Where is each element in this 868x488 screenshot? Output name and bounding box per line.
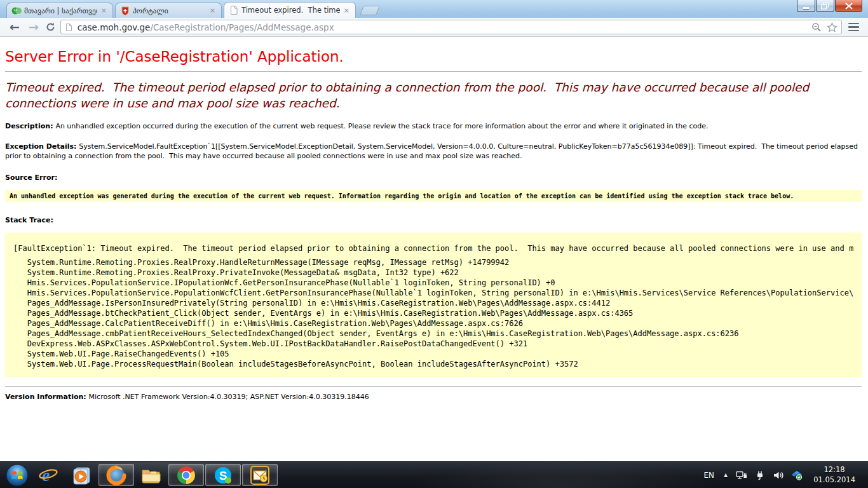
- stack-trace-line: System.Web.UI.Page.ProcessRequestMain(Bo…: [13, 359, 853, 369]
- stack-trace-line: DevExpress.Web.ASPxClasses.ASPxWebContro…: [13, 339, 853, 349]
- taskbar-clock[interactable]: 12:18 01.05.2014: [810, 465, 859, 485]
- taskbar-skype[interactable]: S: [205, 464, 241, 486]
- stack-trace-line: System.Runtime.Remoting.Proxies.RealProx…: [13, 257, 853, 268]
- clock-date: 01.05.2014: [813, 475, 855, 485]
- chrome-icon: [176, 465, 196, 485]
- restore-icon: [821, 3, 829, 10]
- description-label: Description:: [5, 122, 55, 130]
- divider: [5, 386, 862, 387]
- tab-timeout-error[interactable]: Timeout expired. The timeout period elap…: [224, 2, 356, 18]
- taskbar-chrome[interactable]: [168, 464, 204, 486]
- taskbar-media-player[interactable]: [65, 463, 98, 488]
- divider: [5, 71, 862, 72]
- close-icon: [845, 3, 853, 10]
- new-tab-button[interactable]: [360, 6, 380, 15]
- maximize-button[interactable]: [816, 0, 834, 12]
- tab-close-icon[interactable]: ×: [208, 7, 217, 14]
- language-indicator[interactable]: EN: [702, 471, 715, 480]
- svg-text:e: e: [42, 465, 50, 485]
- network-icon[interactable]: [736, 470, 747, 480]
- minimize-button[interactable]: [797, 0, 815, 12]
- tab-title: Timeout expired. The timeout period elap…: [241, 6, 340, 15]
- browser-window: მთავარი | საქართველოს × პორტალი × Timeou…: [0, 0, 868, 461]
- taskbar-firefox[interactable]: [98, 464, 134, 486]
- url-path: /CaseRegistration/Pages/AddMessage.aspx: [150, 22, 334, 32]
- tab-close-icon[interactable]: ×: [100, 7, 108, 14]
- stack-trace-line: Hmis.Services.PopulationService.Populati…: [13, 288, 853, 298]
- blank-page-icon: [229, 5, 239, 15]
- page-icon: [65, 23, 73, 32]
- description-row: Description: An unhandled exception occu…: [5, 122, 862, 132]
- page-title: Server Error in '/CaseRegistration' Appl…: [5, 48, 862, 65]
- bookmark-star-icon[interactable]: [827, 22, 837, 32]
- outlook-icon: [250, 465, 270, 485]
- stack-trace-box: [FaultException`1: Timeout expired. The …: [5, 233, 862, 377]
- windows-logo-icon: [5, 463, 29, 487]
- minimize-icon: [803, 7, 809, 9]
- stack-trace-line: Pages_AddMessage.IsPersonInsuredPrivatel…: [13, 298, 853, 308]
- tab-title: მთავარი | საქართველოს: [24, 6, 97, 15]
- stack-trace-line: Pages_AddMessage.cmbPatientReceiveHours_…: [13, 329, 853, 339]
- tab-title: პორტალი: [133, 6, 206, 15]
- exception-label: Exception Details:: [5, 142, 79, 151]
- reload-button[interactable]: [43, 22, 60, 32]
- stack-trace-line: Hmis.Services.PopulationService.IPopulat…: [13, 278, 853, 288]
- zoom-icon[interactable]: [811, 22, 822, 32]
- taskbar: e: [0, 461, 868, 488]
- exception-text: System.ServiceModel.FaultException`1[[Sy…: [5, 142, 860, 160]
- window-controls: [797, 0, 862, 12]
- stack-trace-label: Stack Trace:: [5, 216, 862, 224]
- volume-icon[interactable]: [773, 470, 784, 480]
- stack-trace-line: System.Web.UI.Page.RaiseChangedEvents() …: [13, 349, 853, 359]
- exception-row: Exception Details: System.ServiceModel.F…: [5, 142, 862, 161]
- description-text: An unhandled exception occurred during t…: [55, 122, 708, 130]
- stack-trace-line: System.Runtime.Remoting.Proxies.RealProx…: [13, 268, 853, 278]
- reload-icon: [46, 22, 55, 32]
- clock-time: 12:18: [813, 465, 855, 475]
- media-player-icon: [71, 465, 92, 485]
- tab-portal[interactable]: პორტალი ×: [115, 3, 222, 18]
- address-bar[interactable]: case.moh.gov.ge/CaseRegistration/Pages/A…: [60, 20, 842, 34]
- taskbar-outlook[interactable]: [242, 464, 278, 486]
- power-plug-icon[interactable]: [754, 470, 766, 480]
- skype-icon: S: [213, 465, 233, 485]
- url-host: case.moh.gov.ge: [78, 22, 151, 32]
- tab-home-georgia[interactable]: მთავარი | საქართველოს ×: [6, 3, 113, 18]
- error-page: Server Error in '/CaseRegistration' Appl…: [0, 37, 868, 461]
- dropbox-icon[interactable]: [791, 470, 803, 480]
- back-button[interactable]: ←: [5, 21, 24, 33]
- folder-icon: [140, 466, 162, 484]
- green-masks-icon: [11, 6, 22, 16]
- browser-toolbar: ← → case.moh.gov.ge/CaseRegistration/Pag…: [0, 18, 868, 37]
- internet-explorer-icon: e: [38, 465, 58, 485]
- source-error-box: An unhandled exception was generated dur…: [5, 190, 862, 202]
- start-button[interactable]: [3, 462, 32, 488]
- tab-strip: მთავარი | საქართველოს × პორტალი × Timeou…: [0, 0, 868, 18]
- taskbar-internet-explorer[interactable]: e: [32, 463, 65, 488]
- source-error-label: Source Error:: [5, 173, 862, 182]
- close-button[interactable]: [835, 0, 862, 12]
- error-message: Timeout expired. The timeout period elap…: [5, 80, 862, 112]
- system-tray: EN ▲ 12:18 01.05.2014: [702, 465, 865, 485]
- taskbar-file-explorer[interactable]: [135, 463, 168, 488]
- version-label: Version Information:: [5, 393, 89, 401]
- stack-trace-line: Pages_AddMessage.btCheckPatient_Click(Ob…: [13, 308, 853, 318]
- firefox-icon: [106, 465, 126, 485]
- stack-trace-line: Pages_AddMessage.CalcPatientReceiveDiff(…: [13, 318, 853, 329]
- forward-button[interactable]: →: [24, 21, 43, 33]
- chrome-menu-button[interactable]: [842, 23, 863, 32]
- georgia-coat-of-arms-icon: [120, 6, 130, 16]
- stack-trace-line: [FaultException`1: Timeout expired. The …: [13, 243, 853, 254]
- version-text: Microsoft .NET Framework Version:4.0.303…: [89, 393, 369, 401]
- tray-expand-button[interactable]: ▲: [722, 472, 729, 478]
- tab-close-icon[interactable]: ×: [342, 7, 351, 14]
- version-row: Version Information: Microsoft .NET Fram…: [5, 393, 862, 401]
